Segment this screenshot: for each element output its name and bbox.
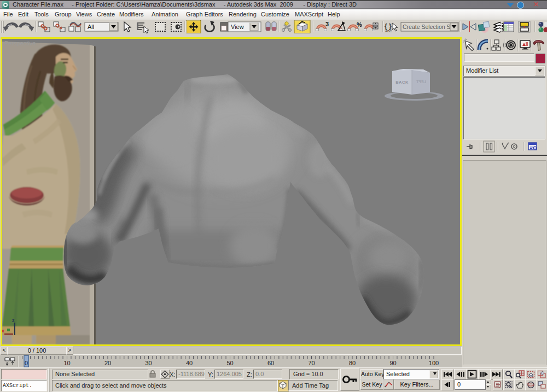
svg-text:80: 80	[349, 360, 356, 366]
svg-text:20: 20	[104, 360, 111, 366]
svg-text:%: %	[357, 21, 362, 28]
svg-text:ABC: ABC	[385, 30, 392, 33]
svg-text:0: 0	[25, 360, 28, 366]
svg-text:40: 40	[186, 360, 193, 366]
svg-text:x: x	[2, 328, 4, 334]
svg-text:90: 90	[389, 360, 396, 366]
svg-text:30: 30	[145, 360, 152, 366]
svg-text:View: View	[231, 24, 244, 30]
svg-text:3: 3	[325, 21, 329, 27]
svg-text:All: All	[88, 24, 94, 30]
svg-text:LEFT: LEFT	[416, 80, 426, 84]
svg-text:{ }: { }	[385, 22, 392, 30]
svg-text:50: 50	[226, 360, 233, 366]
svg-text:z: z	[12, 318, 15, 323]
svg-text:BACK: BACK	[395, 80, 409, 85]
svg-text:100: 100	[429, 360, 439, 366]
svg-text:70: 70	[308, 360, 315, 366]
svg-text:10: 10	[63, 360, 70, 366]
svg-text:60: 60	[267, 360, 274, 366]
svg-text:Create Selection Set: Create Selection Set	[403, 24, 455, 30]
